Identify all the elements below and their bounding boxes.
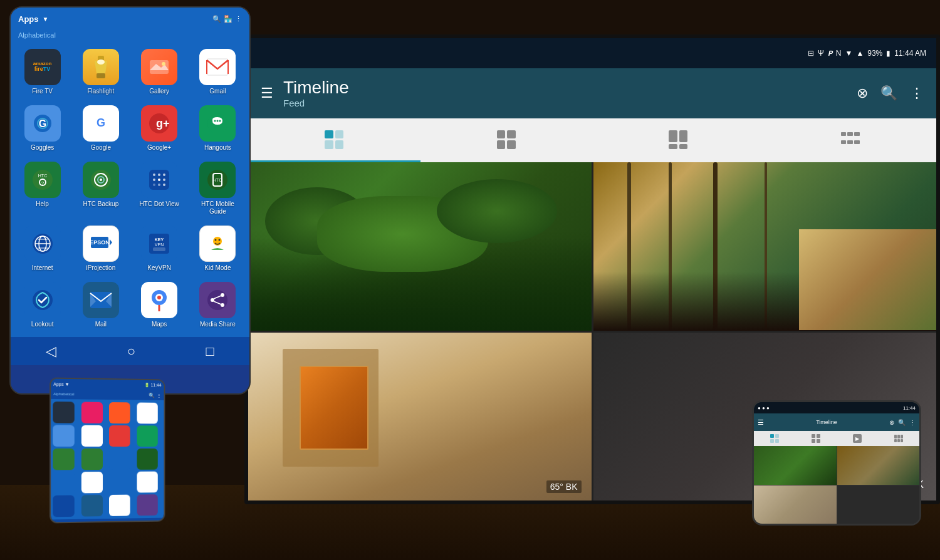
- search-icon-phone[interactable]: 🔍: [212, 15, 221, 23]
- app-htcmobile[interactable]: HTC HTC Mobile Guide: [191, 159, 244, 218]
- app-htcbackup[interactable]: HTC Backup: [74, 159, 127, 218]
- timeline-title: Timeline: [283, 78, 847, 98]
- small-app-item: [109, 495, 130, 516]
- svg-point-34: [158, 179, 160, 181]
- phone-right-screen: ● ● ● 11:44 ☰ Timeline ⊗ 🔍 ⋮: [754, 402, 919, 524]
- back-button[interactable]: ◁: [46, 343, 56, 360]
- pr-cell-trees: [837, 446, 920, 485]
- small-app-item: [137, 472, 157, 493]
- hamburger-menu[interactable]: ☰: [261, 85, 273, 101]
- svg-rect-3: [97, 73, 105, 78]
- tab-grid[interactable]: [420, 118, 593, 162]
- more-icon-phone[interactable]: ⋮: [235, 15, 242, 23]
- small-app-item: [53, 402, 75, 423]
- svg-text:EPSON: EPSON: [90, 239, 110, 246]
- small-tab-calendar: [894, 435, 903, 442]
- pinterest-icon: 𝙋: [828, 49, 832, 58]
- svg-point-62: [157, 296, 161, 299]
- filter-icon[interactable]: ⊗: [857, 85, 868, 101]
- phone-right-title: Timeline: [816, 419, 837, 425]
- maps-label: Maps: [152, 321, 167, 328]
- app-google[interactable]: G Google: [74, 103, 127, 154]
- internet-label: Internet: [32, 264, 53, 272]
- app-hangouts[interactable]: Hangouts: [191, 103, 244, 154]
- app-mail[interactable]: Mail: [74, 279, 127, 331]
- svg-text:G: G: [97, 117, 105, 129]
- small-app-item: [53, 495, 75, 517]
- app-help[interactable]: HTC ? Help: [16, 159, 69, 218]
- app-fire-tv[interactable]: amazon fireTV Fire TV: [16, 46, 69, 98]
- mail-label: Mail: [95, 321, 107, 328]
- app-flashlight[interactable]: Flashlight: [74, 46, 127, 98]
- tab-highlights[interactable]: [248, 118, 420, 162]
- app-kidmode[interactable]: Kid Mode: [191, 223, 244, 274]
- htcmobile-label: HTC Mobile Guide: [196, 200, 239, 215]
- small-app-item: [81, 472, 102, 493]
- phone-right-hamburger: ☰: [758, 418, 764, 427]
- nfc-icon: N: [836, 49, 842, 58]
- small-app-item: [81, 425, 102, 447]
- lookout-label: Lookout: [31, 321, 54, 328]
- app-goggles[interactable]: G Goggles: [16, 103, 69, 154]
- iprojection-icon: EPSON: [83, 226, 119, 262]
- small-back: ◁: [68, 521, 73, 522]
- app-googleplus[interactable]: g+ Google+: [133, 103, 186, 154]
- app-mediashare[interactable]: Media Share: [191, 279, 244, 331]
- svg-point-33: [153, 179, 155, 181]
- small-app-item: [137, 403, 157, 424]
- tv-status-icons: ⊟ Ψ 𝙋 N ▼ ▲ 93% ▮ 11:44 AM: [808, 49, 926, 58]
- search-icon[interactable]: 🔍: [880, 85, 897, 101]
- htcbackup-label: HTC Backup: [83, 200, 119, 208]
- svg-text:?: ?: [41, 180, 44, 186]
- svg-point-65: [221, 293, 224, 297]
- tab-video[interactable]: ▶: [592, 118, 765, 162]
- svg-rect-7: [207, 59, 228, 75]
- small-home: ○: [107, 521, 111, 522]
- svg-point-19: [217, 120, 219, 122]
- htcbackup-icon: [83, 162, 119, 198]
- pr-cell-garden: [754, 446, 837, 485]
- svg-text:HTC: HTC: [213, 178, 222, 182]
- phone-app-grid: amazon fireTV Fire TV Flashlight: [11, 40, 249, 337]
- title-block: Timeline Feed: [283, 78, 847, 108]
- tv-statusbar: ⊟ Ψ 𝙋 N ▼ ▲ 93% ▮ 11:44 AM: [248, 38, 936, 68]
- apps-label-container: Apps ▼: [18, 14, 48, 24]
- svg-text:VPN: VPN: [155, 242, 164, 247]
- flashlight-label: Flashlight: [87, 88, 114, 95]
- interior-photo: [248, 333, 592, 501]
- google-label: Google: [91, 144, 111, 152]
- app-internet[interactable]: Internet: [16, 223, 69, 274]
- home-button[interactable]: ○: [127, 343, 135, 360]
- app-lookout[interactable]: Lookout: [16, 279, 69, 331]
- goggles-icon: G: [24, 105, 61, 142]
- app-gmail[interactable]: Gmail: [191, 46, 244, 98]
- phone-right-statusbar: ● ● ● 11:44: [754, 402, 919, 413]
- tab-calendar[interactable]: [765, 118, 937, 162]
- garden-photo: [248, 162, 592, 331]
- apps-label: Apps: [18, 14, 39, 24]
- hangouts-icon: [199, 105, 236, 142]
- svg-point-56: [215, 239, 217, 241]
- app-maps[interactable]: Maps: [133, 279, 186, 331]
- phone-small-screen: Apps ▼ 🔋 11:44 Alphabetical 🔍 ⋮: [51, 378, 164, 522]
- small-search-icon: 🔍: [149, 392, 155, 398]
- signal-icon: Ψ: [818, 49, 824, 58]
- svg-point-37: [158, 184, 160, 186]
- wifi-signal: ▲: [856, 49, 864, 58]
- pr-cell-dark: [837, 485, 920, 524]
- app-htcdotview[interactable]: HTC Dot View: [133, 159, 186, 218]
- more-options-icon[interactable]: ⋮: [910, 85, 924, 101]
- gmail-label: Gmail: [209, 88, 226, 95]
- app-iprojection[interactable]: EPSON iProjection: [74, 223, 127, 274]
- recents-button[interactable]: □: [206, 343, 214, 360]
- keyvpn-label: KeyVPN: [147, 264, 171, 272]
- timeline-subtitle: Feed: [283, 98, 847, 108]
- app-keyvpn[interactable]: KEY VPN KeyVPN: [133, 223, 186, 274]
- small-app-item: [81, 449, 102, 470]
- svg-rect-54: [153, 247, 165, 251]
- app-gallery[interactable]: Gallery: [133, 46, 186, 98]
- keyvpn-icon: KEY VPN: [141, 226, 177, 262]
- phone-main-statusbar: Apps ▼ 🔍 🏪 ⋮: [11, 8, 249, 30]
- store-icon[interactable]: 🏪: [224, 15, 232, 23]
- small-tab-grid: [812, 434, 820, 443]
